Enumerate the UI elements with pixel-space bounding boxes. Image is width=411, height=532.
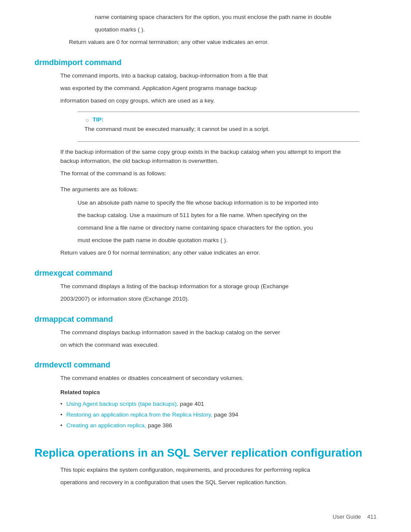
tip-box: ☼ TIP: The command must be executed manu… bbox=[78, 112, 359, 142]
drmdevctl-block: The command enables or disables concealm… bbox=[60, 374, 359, 430]
drmdbimport-para1-line2: was exported by the command. Application… bbox=[60, 84, 359, 93]
related-topic-3: Creating an application replica, page 38… bbox=[60, 421, 359, 430]
replica-para1-line2: operations and recovery in a configurati… bbox=[60, 478, 359, 487]
drmdevctl-para1: The command enables or disables concealm… bbox=[60, 374, 359, 383]
drmdbimport-para1-line1: The command imports, into a backup catal… bbox=[60, 72, 359, 81]
related-topic-2-page: page 394 bbox=[212, 411, 238, 418]
drmappcat-para1-line2: on which the command was executed. bbox=[60, 341, 359, 350]
related-topics-label: Related topics bbox=[60, 388, 359, 397]
drmexgcat-para1-line2: 2003/2007) or information store (Exchang… bbox=[60, 295, 359, 304]
tip-label-text: TIP: bbox=[93, 116, 104, 123]
related-topic-1-page: page 401 bbox=[178, 401, 204, 407]
top-continuation-paragraph: name containing space characters for the… bbox=[95, 13, 351, 34]
drmdbimport-return-values: Return values are 0 for normal terminati… bbox=[60, 249, 359, 258]
page-container: name containing space characters for the… bbox=[0, 0, 411, 532]
drmdbimport-para2: If the backup information of the same co… bbox=[60, 148, 359, 166]
drmexgcat-block: The command displays a listing of the ba… bbox=[60, 282, 359, 304]
drmdbimport-para3: The format of the command is as follows: bbox=[60, 169, 359, 178]
replica-section-heading: Replica operations in an SQL Server repl… bbox=[34, 446, 377, 460]
tip-icon: ☼ bbox=[84, 116, 90, 123]
drmappcat-heading: drmappcat command bbox=[34, 315, 377, 324]
replica-para1-line1: This topic explains the system configura… bbox=[60, 466, 359, 475]
drmdbimport-block: The command imports, into a backup catal… bbox=[60, 72, 359, 258]
drmdbimport-arg-line3: command line a file name or directory na… bbox=[78, 224, 359, 233]
related-topic-1-link[interactable]: Using Agent backup scripts (tape backups… bbox=[66, 401, 178, 407]
drmdbimport-arg-line4: must enclose the path name in double quo… bbox=[78, 236, 359, 245]
drmappcat-block: The command displays backup information … bbox=[60, 328, 359, 350]
top-return-values: Return values are 0 for normal terminati… bbox=[69, 38, 359, 47]
drmappcat-para1-line1: The command displays backup information … bbox=[60, 328, 359, 337]
related-topic-1: Using Agent backup scripts (tape backups… bbox=[60, 400, 359, 409]
related-topic-2: Restoring an application replica from th… bbox=[60, 411, 359, 420]
footer: User Guide 411 bbox=[333, 513, 377, 520]
tip-label: ☼ TIP: bbox=[84, 116, 352, 123]
top-line1: name containing space characters for the… bbox=[95, 13, 351, 22]
drmdbimport-arg-line1: Use an absolute path name to specify the… bbox=[78, 199, 359, 208]
related-topic-3-page: page 386 bbox=[146, 422, 172, 429]
drmexgcat-para1-line1: The command displays a listing of the ba… bbox=[60, 282, 359, 291]
related-topics-list: Using Agent backup scripts (tape backups… bbox=[60, 400, 359, 430]
related-topic-2-link[interactable]: Restoring an application replica from th… bbox=[66, 411, 212, 418]
drmdbimport-para4: The arguments are as follows: bbox=[60, 185, 359, 194]
drmdbimport-arg-line2: the backup catalog. Use a maximum of 511… bbox=[78, 211, 359, 220]
drmdbimport-para1-line3: information based on copy groups, which … bbox=[60, 96, 359, 106]
top-line2: quotation marks ( ). bbox=[95, 25, 351, 34]
drmdbimport-arg-block: Use an absolute path name to specify the… bbox=[78, 199, 359, 245]
footer-page-number: 411 bbox=[367, 513, 377, 520]
drmdevctl-heading: drmdevctl command bbox=[34, 361, 377, 370]
tip-content: The command must be executed manually; i… bbox=[84, 125, 352, 134]
tip-text: The command must be executed manually; i… bbox=[84, 125, 352, 134]
replica-section-block: This topic explains the system configura… bbox=[60, 466, 359, 487]
drmexgcat-heading: drmexgcat command bbox=[34, 269, 377, 278]
footer-label: User Guide bbox=[333, 513, 361, 520]
drmdbimport-heading: drmdbimport command bbox=[34, 58, 377, 67]
related-topic-3-link[interactable]: Creating an application replica, bbox=[66, 422, 146, 429]
